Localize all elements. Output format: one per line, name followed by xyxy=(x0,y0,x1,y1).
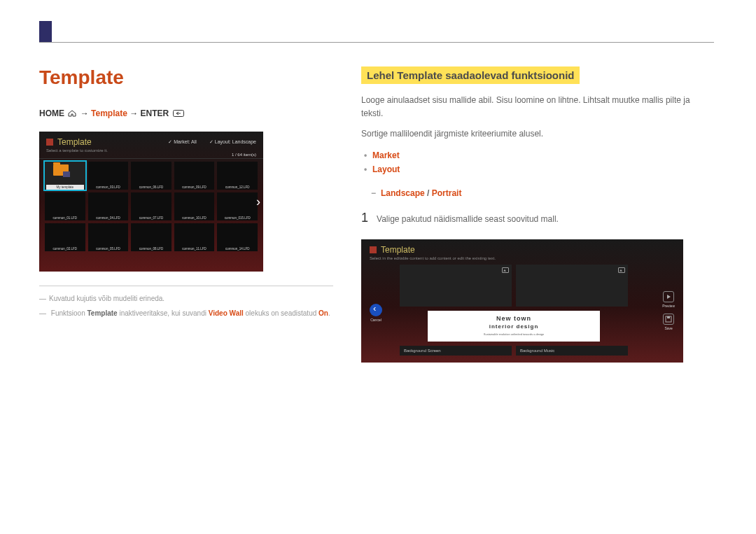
image-panel-left[interactable] xyxy=(400,265,512,307)
layout-dropdown[interactable]: ✓ Layout: Landscape xyxy=(209,139,256,145)
template-item[interactable]: common_09.LFD xyxy=(174,162,215,190)
paragraph-2: Sortige malliloendit järgmiste kriteeriu… xyxy=(361,127,714,141)
play-icon xyxy=(663,291,674,302)
background-screen-button[interactable]: Background Screen xyxy=(400,346,512,356)
breadcrumb-enter: ENTER xyxy=(141,108,169,118)
notes-divider: ―Kuvatud kujutis võib mudeliti erineda. … xyxy=(39,286,333,317)
template-editor-screenshot: Template Select in the editable content … xyxy=(361,239,683,363)
background-music-button[interactable]: Background Music xyxy=(516,346,628,356)
home-icon xyxy=(68,109,76,119)
text-card[interactable]: New town interior design Sustainable evo… xyxy=(428,311,600,342)
step-number: 1 xyxy=(361,211,368,225)
app-logo-icon xyxy=(370,246,377,253)
paragraph-1: Looge ainulaadset sisu mallide abil. Sis… xyxy=(361,94,714,120)
right-column: Lehel Template saadaolevad funktsioonid … xyxy=(361,66,714,363)
page-header-bar xyxy=(39,21,52,42)
template-grid: My template common_03.LFD common_06.LFD … xyxy=(39,162,263,251)
bullet-list: Market Layout xyxy=(361,148,714,177)
template-item[interactable]: common_04.LFD xyxy=(88,192,129,220)
template-item[interactable]: common_12.LFD xyxy=(217,162,258,190)
svg-rect-2 xyxy=(667,316,670,318)
image-panel-right[interactable] xyxy=(516,265,628,307)
template-item-mytemplate[interactable]: My template xyxy=(45,162,85,190)
template-item[interactable]: common_015.LFD xyxy=(217,192,258,220)
template-list-screenshot: Template ✓ Market: All ✓ Layout: Landsca… xyxy=(39,132,263,272)
step-1: 1 Valige pakutud näidismallide seast soo… xyxy=(361,211,714,225)
preview-button[interactable]: Preview xyxy=(662,291,675,308)
template-item[interactable]: common_02.LFD xyxy=(45,223,85,251)
page-header-rule xyxy=(39,42,714,43)
template-item[interactable]: common_05.LFD xyxy=(88,223,129,251)
next-page-icon[interactable]: › xyxy=(256,194,260,209)
breadcrumb-template: Template xyxy=(91,108,127,118)
sub-bullet-orientation: Landscape / Portrait xyxy=(361,186,714,200)
note-1: ―Kuvatud kujutis võib mudeliti erineda. xyxy=(39,295,333,302)
page-title: Template xyxy=(39,66,333,89)
save-icon xyxy=(663,314,674,325)
back-icon xyxy=(370,304,382,316)
item-count: 1 / 64 item(s) xyxy=(39,153,263,159)
breadcrumb-arrow-2: → xyxy=(130,108,138,118)
cancel-button[interactable]: Cancel xyxy=(370,304,382,322)
image-icon xyxy=(502,267,509,273)
breadcrumb: HOME → Template → ENTER xyxy=(39,108,333,119)
save-button[interactable]: Save xyxy=(662,314,675,330)
market-dropdown[interactable]: ✓ Market: All xyxy=(168,139,197,145)
breadcrumb-home: HOME xyxy=(39,108,64,118)
left-column: Template HOME → Template → ENTER Templat… xyxy=(39,66,333,363)
template-item[interactable]: common_06.LFD xyxy=(131,162,172,190)
bullet-layout: Layout xyxy=(372,162,714,176)
enter-icon xyxy=(173,109,184,119)
template-item[interactable]: common_14.LFD xyxy=(217,223,258,251)
template-item[interactable]: common_01.LFD xyxy=(45,192,85,220)
template-item[interactable]: common_11.LFD xyxy=(174,223,215,251)
section-heading: Lehel Template saadaolevad funktsioonid xyxy=(361,66,580,84)
bullet-market: Market xyxy=(372,148,714,162)
image-icon xyxy=(618,267,625,273)
note-2: ― Funktsioon Template inaktiveeritakse, … xyxy=(39,309,333,317)
app-logo-icon xyxy=(46,139,53,146)
template-item[interactable]: common_03.LFD xyxy=(88,162,129,190)
screenshot2-title: Template xyxy=(381,245,415,255)
template-item[interactable]: common_10.LFD xyxy=(174,192,215,220)
template-item[interactable]: common_07.LFD xyxy=(131,192,172,220)
breadcrumb-arrow-1: → xyxy=(80,108,89,118)
template-item[interactable]: common_08.LFD xyxy=(131,223,172,251)
step-text: Valige pakutud näidismallide seast soovi… xyxy=(377,214,559,224)
screenshot1-title: Template xyxy=(57,137,92,147)
